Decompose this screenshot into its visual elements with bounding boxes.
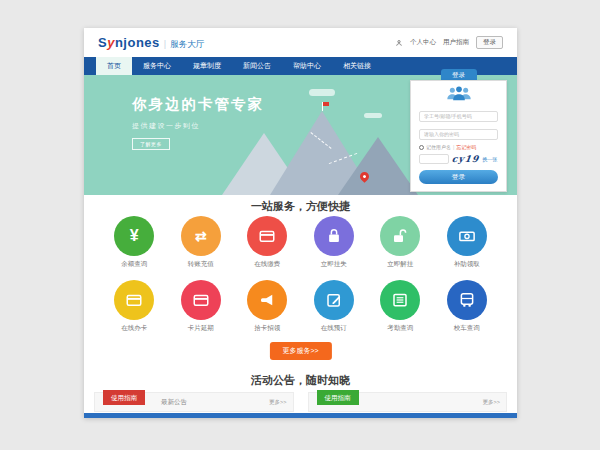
panel-header: 使用指南 最新公告 更多>> [94,392,294,412]
service-item[interactable]: 校车查询 [434,280,501,333]
login-panel: 登录 记住用户名 | 忘记密码 [410,69,507,192]
service-item-label: 在线预订 [321,324,347,333]
service-item[interactable]: 拾卡招领 [234,280,301,333]
announcements-section-title: 活动公告，随时知晓 [84,373,517,388]
captcha-refresh-link[interactable]: 换一张 [482,156,497,162]
remember-label: 记住用户名 [426,144,451,150]
lock-icon [314,216,354,256]
card-icon [247,216,287,256]
brand-text: Synjones [98,35,160,50]
announcement-panels: 使用指南 最新公告 更多>> 使用指南 更多>> [94,392,507,412]
login-submit-button[interactable]: 登录 [419,170,498,184]
header-link-personal-center[interactable]: 个人中心 [410,38,436,47]
banner-title: 你身边的卡管专家 [132,95,264,114]
yen-icon: ¥ [114,216,154,256]
service-item[interactable]: ⇄转账充值 [168,216,235,269]
service-item-label: 卡片延期 [188,324,214,333]
guide-panel: 使用指南 最新公告 更多>> [94,392,294,412]
service-item-label: 立即挂失 [321,260,347,269]
panel-header: 使用指南 更多>> [308,392,508,412]
login-tab[interactable]: 登录 [441,69,477,80]
nav-item[interactable]: 服务中心 [132,57,182,75]
cloud-shape [309,89,335,96]
banknote-icon [447,216,487,256]
password-input[interactable] [419,129,498,140]
service-item-label: 拾卡招领 [254,324,280,333]
nav-item[interactable]: 帮助中心 [282,57,332,75]
banner-text-block: 你身边的卡管专家 提供建设一步到位 了解更多 [132,95,264,150]
captcha-image[interactable]: cy19 [451,154,480,164]
user-icon [395,39,403,47]
service-item[interactable]: 在线办卡 [101,280,168,333]
service-item-label: 转账充值 [188,260,214,269]
guide-panel-2: 使用指南 更多>> [308,392,508,412]
service-item[interactable]: 立即挂失 [301,216,368,269]
service-item[interactable]: 立即解挂 [367,216,434,269]
nav-item[interactable]: 规章制度 [182,57,232,75]
tab-latest-news[interactable]: 最新公告 [161,398,187,407]
site-subtitle: 服务大厅 [170,39,204,51]
card-icon [114,280,154,320]
ribbon-tab-guide[interactable]: 使用指南 [103,390,145,405]
more-services-button[interactable]: 更多服务>> [269,342,331,360]
header-actions: 个人中心 用户指南 登录 [395,36,503,49]
edit-icon [314,280,354,320]
footer-strip [84,413,517,418]
services-section-title: 一站服务，方便快捷 [84,199,517,214]
more-link[interactable]: 更多>> [483,399,500,406]
service-item[interactable]: ¥余额查询 [101,216,168,269]
service-item-label: 校车查询 [454,324,480,333]
unlock-icon [380,216,420,256]
transfer-icon: ⇄ [181,216,221,256]
card-icon [181,280,221,320]
service-item[interactable]: 卡片延期 [168,280,235,333]
service-item-label: 补助领取 [454,260,480,269]
service-item[interactable]: 补助领取 [434,216,501,269]
site-header: Synjones | 服务大厅 个人中心 用户指南 登录 [84,28,517,57]
login-card: 记住用户名 | 忘记密码 cy19 换一张 登录 [410,80,507,192]
service-item-label: 立即解挂 [387,260,413,269]
megaphone-icon [247,280,287,320]
nav-item[interactable]: 相关链接 [332,57,382,75]
users-group-icon [419,86,498,101]
nav-item[interactable]: 新闻公告 [232,57,282,75]
banner-subtitle: 提供建设一步到位 [132,121,264,131]
ribbon-tab-guide-2[interactable]: 使用指南 [317,390,359,405]
username-input[interactable] [419,111,498,122]
remember-checkbox[interactable] [419,145,424,150]
banner-cta-button[interactable]: 了解更多 [132,138,170,150]
hero-banner: 你身边的卡管专家 提供建设一步到位 了解更多 登录 [84,75,517,195]
services-grid: ¥余额查询⇄转账充值在线缴费立即挂失立即解挂补助领取在线办卡卡片延期拾卡招领在线… [101,216,500,333]
desktop-background: Synjones | 服务大厅 个人中心 用户指南 登录 首页服务中心规章制度新… [0,0,600,450]
nav-item[interactable]: 首页 [96,57,132,75]
service-item[interactable]: 在线预订 [301,280,368,333]
header-link-user-guide[interactable]: 用户指南 [443,38,469,47]
service-item-label: 在线办卡 [121,324,147,333]
separator: | [453,144,454,150]
service-item[interactable]: 考勤查询 [367,280,434,333]
service-item-label: 余额查询 [121,260,147,269]
header-login-button[interactable]: 登录 [476,36,503,49]
red-flag [323,102,329,106]
logo-divider: | [164,39,166,49]
more-link[interactable]: 更多>> [269,399,286,406]
service-item-label: 在线缴费 [254,260,280,269]
captcha-input[interactable] [419,154,449,164]
forgot-password-link[interactable]: 忘记密码 [456,144,476,150]
browser-page: Synjones | 服务大厅 个人中心 用户指南 登录 首页服务中心规章制度新… [84,28,517,418]
service-item[interactable]: 在线缴费 [234,216,301,269]
list-icon [380,280,420,320]
bus-icon [447,280,487,320]
site-logo[interactable]: Synjones | 服务大厅 [98,35,204,51]
service-item-label: 考勤查询 [387,324,413,333]
